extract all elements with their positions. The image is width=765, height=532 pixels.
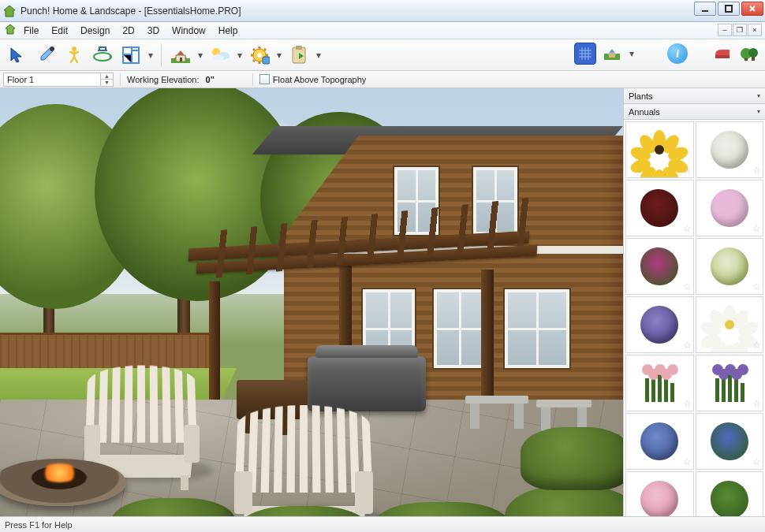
weather-button[interactable] — [207, 43, 233, 68]
chevron-down-icon: ▾ — [757, 92, 760, 99]
mdi-restore-button[interactable]: ❐ — [733, 24, 747, 36]
3d-viewport[interactable] — [0, 88, 623, 516]
library-subcategory-selector[interactable]: Annuals ▾ — [624, 104, 765, 120]
library-item-pink-candytuft[interactable]: ☆ — [696, 180, 764, 236]
flyaround-button[interactable] — [90, 43, 115, 68]
chevron-down-icon[interactable]: ▾ — [196, 50, 204, 61]
plants-library-button[interactable] — [738, 43, 760, 65]
library-category-selector[interactable]: Plants ▾ — [624, 88, 765, 104]
doc-icon — [5, 24, 16, 37]
favorite-star-icon[interactable]: ☆ — [683, 398, 692, 409]
favorite-star-icon[interactable]: ☆ — [683, 223, 692, 234]
svg-rect-19 — [296, 46, 302, 50]
favorite-star-icon[interactable]: ☆ — [752, 340, 761, 351]
settings-button[interactable] — [247, 43, 272, 68]
floor-label: Floor 1 — [7, 75, 34, 84]
select-tool-button[interactable] — [5, 43, 30, 68]
mdi-minimize-button[interactable]: – — [718, 24, 732, 36]
library-item-magenta-petunia[interactable]: ☆ — [625, 238, 694, 295]
library-item-burgundy-coleus[interactable]: ☆ — [625, 180, 694, 236]
favorite-star-icon[interactable]: ☆ — [683, 515, 692, 516]
checkbox-icon — [259, 74, 270, 84]
favorite-star-icon[interactable]: ☆ — [752, 398, 761, 409]
menu-help[interactable]: Help — [212, 24, 244, 38]
svg-point-6 — [94, 53, 111, 61]
working-elevation-value: 0" — [206, 75, 215, 84]
svg-rect-30 — [752, 57, 755, 61]
favorite-star-icon[interactable]: ☆ — [752, 515, 761, 516]
pergola-post — [209, 281, 220, 411]
chevron-down-icon[interactable]: ▾ — [147, 50, 155, 61]
adirondack-chair — [237, 404, 371, 516]
library-grid: ☆☆☆☆☆☆☆☆☆☆☆☆☆☆ — [624, 120, 765, 516]
pergola-post — [481, 270, 494, 411]
float-above-topography-checkbox[interactable]: Float Above Topography — [259, 74, 366, 84]
menu-window[interactable]: Window — [166, 24, 212, 38]
svg-point-16 — [257, 53, 262, 58]
window-title: Punch! Home & Landscape - [EssentialsHom… — [21, 6, 241, 17]
app-icon — [3, 5, 16, 17]
walkthrough-button[interactable] — [62, 43, 87, 68]
3d-view-button[interactable] — [601, 43, 623, 65]
floorplan-button[interactable] — [118, 43, 144, 68]
library-item-white-daisy[interactable]: ☆ — [696, 296, 764, 353]
menu-2d[interactable]: 2D — [116, 24, 140, 38]
main-toolbar: ▾ ▾ ▾ ▾ ▾ ▾ i — [0, 39, 765, 71]
menu-3d[interactable]: 3D — [141, 24, 166, 38]
library-item-ornamental-kale[interactable]: ☆ — [696, 238, 764, 295]
floor-stepper[interactable]: ▲▼ — [100, 73, 113, 86]
svg-rect-2 — [726, 6, 732, 12]
library-item-white-alyssum[interactable]: ☆ — [696, 121, 764, 178]
favorite-star-icon[interactable]: ☆ — [683, 456, 692, 467]
chevron-down-icon: ▾ — [757, 108, 760, 115]
title-bar: Punch! Home & Landscape - [EssentialsHom… — [0, 0, 765, 22]
svg-point-14 — [213, 54, 224, 61]
favorite-star-icon[interactable]: ☆ — [752, 281, 761, 292]
library-category-label: Plants — [629, 91, 653, 101]
svg-rect-29 — [744, 58, 748, 61]
library-item-purple-stock[interactable]: ☆ — [696, 355, 764, 411]
options-bar: Floor 1 ▲▼ Working Elevation: 0" Float A… — [0, 71, 765, 88]
house-style-button[interactable] — [168, 43, 193, 68]
hedge — [521, 427, 623, 490]
library-item-lavender-verbena[interactable]: ☆ — [625, 296, 694, 353]
menu-bar: File Edit Design 2D 3D Window Help – ❐ × — [0, 22, 765, 39]
favorite-star-icon[interactable]: ☆ — [752, 223, 761, 234]
svg-point-28 — [748, 48, 758, 58]
library-item-green-foliage[interactable]: ☆ — [696, 471, 764, 516]
mdi-close-button[interactable]: × — [748, 24, 762, 36]
svg-rect-1 — [702, 10, 708, 12]
svg-point-4 — [50, 47, 54, 51]
chevron-down-icon[interactable]: ▾ — [275, 50, 283, 61]
minimize-button[interactable] — [694, 2, 716, 16]
2d-view-button[interactable] — [574, 43, 596, 65]
favorite-star-icon[interactable]: ☆ — [683, 340, 692, 351]
menu-file[interactable]: File — [17, 24, 45, 38]
library-item-blue-hydrangea[interactable]: ☆ — [625, 413, 694, 470]
chevron-down-icon[interactable]: ▾ — [628, 48, 636, 59]
favorite-star-icon[interactable]: ☆ — [683, 165, 692, 176]
floor-selector[interactable]: Floor 1 ▲▼ — [3, 73, 114, 87]
status-text: Press F1 for Help — [5, 520, 73, 530]
svg-marker-0 — [4, 6, 15, 17]
favorite-star-icon[interactable]: ☆ — [752, 456, 761, 467]
favorite-star-icon[interactable]: ☆ — [683, 281, 692, 292]
info-button[interactable]: i — [667, 43, 688, 64]
svg-rect-24 — [609, 53, 615, 58]
chevron-down-icon[interactable]: ▾ — [315, 50, 323, 61]
svg-marker-3 — [6, 24, 15, 34]
furniture-library-button[interactable] — [711, 43, 733, 65]
library-item-yellow-black-eyed-susan[interactable]: ☆ — [625, 121, 694, 178]
eyedropper-tool-button[interactable] — [33, 43, 58, 68]
favorite-star-icon[interactable]: ☆ — [752, 165, 761, 176]
maximize-button[interactable] — [718, 2, 740, 16]
menu-design[interactable]: Design — [74, 24, 116, 38]
chevron-down-icon[interactable]: ▾ — [236, 50, 244, 61]
library-item-blue-lobelia[interactable]: ☆ — [696, 413, 764, 470]
library-item-pink-rose-spray[interactable]: ☆ — [625, 355, 694, 411]
close-button[interactable] — [741, 2, 763, 16]
library-item-pink-peony[interactable]: ☆ — [625, 471, 694, 516]
pergola-rafters — [197, 214, 544, 262]
menu-edit[interactable]: Edit — [45, 24, 74, 38]
clipboard-button[interactable] — [286, 43, 312, 68]
